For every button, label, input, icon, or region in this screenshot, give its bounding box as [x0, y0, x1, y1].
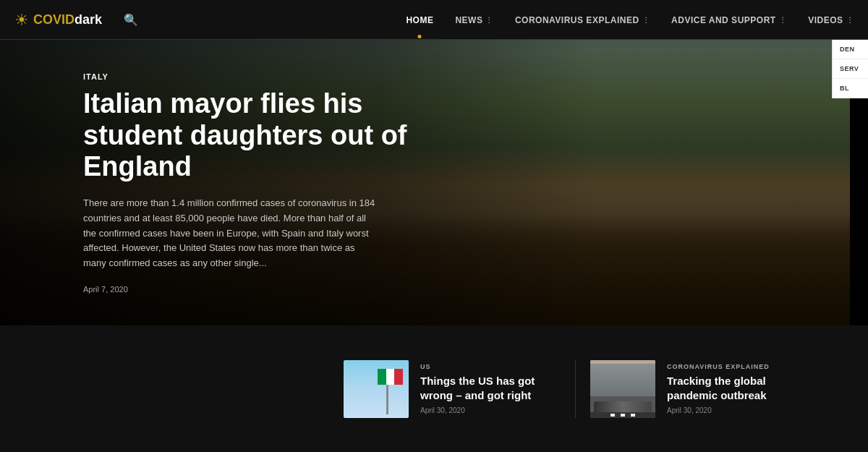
- dropdown-item-bl[interactable]: BL: [833, 79, 868, 98]
- crosswalk-stripe: [610, 414, 615, 417]
- dropdown-panel: DEN SERV BL: [832, 40, 868, 98]
- flag-cloth: [378, 369, 403, 385]
- hero-excerpt: There are more than 1.4 million confirme…: [83, 196, 380, 271]
- article-card-pandemic[interactable]: CORONAVIRUS EXPLAINED Tracking the globa…: [576, 360, 822, 418]
- nav-item-coronavirus[interactable]: CORONAVIRUS EXPLAINED ⋮: [515, 15, 650, 25]
- card-title-us[interactable]: Things the US has got wrong – and got ri…: [420, 374, 561, 402]
- nav-link-news[interactable]: NEWS ⋮: [455, 15, 493, 25]
- article-card-us[interactable]: US Things the US has got wrong – and got…: [329, 360, 575, 418]
- logo-icon: ☀: [14, 11, 29, 30]
- nav-link-coronavirus[interactable]: CORONAVIRUS EXPLAINED ⋮: [515, 15, 650, 25]
- street-image: [590, 360, 655, 418]
- flag-image: [344, 360, 409, 418]
- nav-item-news[interactable]: NEWS ⋮: [455, 15, 493, 25]
- hero-category: ITALY: [83, 72, 459, 81]
- nav-dots-advice: ⋮: [779, 16, 787, 24]
- hero-content: ITALY Italian mayor flies his student da…: [83, 72, 459, 295]
- nav-item-advice[interactable]: ADVICE AND SUPPORT ⋮: [671, 15, 786, 25]
- site-logo[interactable]: ☀ COVIDdark: [14, 11, 102, 30]
- nav-item-videos[interactable]: VIDEOS ⋮: [808, 15, 854, 25]
- card-date-pandemic: April 30, 2020: [667, 406, 807, 414]
- street-buildings: [590, 364, 655, 400]
- nav-dots-news: ⋮: [485, 16, 493, 24]
- nav-link-advice[interactable]: ADVICE AND SUPPORT ⋮: [671, 15, 786, 25]
- nav-links: HOME NEWS ⋮ CORONAVIRUS EXPLAINED ⋮ ADVI…: [406, 15, 854, 25]
- crosswalk-stripe: [621, 414, 625, 417]
- article-info-pandemic: CORONAVIRUS EXPLAINED Tracking the globa…: [667, 363, 807, 414]
- nav-item-home[interactable]: HOME: [406, 15, 433, 25]
- search-icon[interactable]: 🔍: [124, 13, 138, 27]
- dropdown-item-serv[interactable]: SERV: [833, 59, 868, 79]
- article-thumbnail-street: [590, 360, 655, 418]
- navigation: ☀ COVIDdark 🔍 HOME NEWS ⋮ CORONAVIRUS EX…: [0, 0, 868, 40]
- card-category-us: US: [420, 363, 561, 370]
- hero-date: April 7, 2020: [83, 285, 128, 294]
- crosswalk-stripe: [631, 414, 635, 417]
- flag-stripe-green: [378, 369, 386, 385]
- nav-dots-coronavirus: ⋮: [642, 16, 650, 24]
- flag-stripe-red: [394, 369, 403, 385]
- article-info-us: US Things the US has got wrong – and got…: [420, 363, 561, 414]
- logo-text: COVIDdark: [33, 12, 102, 27]
- article-thumbnail-flag: [344, 360, 409, 418]
- nav-link-videos[interactable]: VIDEOS ⋮: [808, 15, 854, 25]
- card-category-pandemic: CORONAVIRUS EXPLAINED: [667, 363, 807, 370]
- crosswalk: [590, 412, 655, 418]
- card-date-us: April 30, 2020: [420, 406, 561, 414]
- flag-stripe-white: [386, 369, 395, 385]
- bottom-articles: US Things the US has got wrong – and got…: [0, 325, 868, 452]
- nav-dots-videos: ⋮: [846, 16, 854, 24]
- hero-section: ITALY Italian mayor flies his student da…: [0, 0, 850, 329]
- card-title-pandemic[interactable]: Tracking the global pandemic outbreak: [667, 374, 807, 402]
- nav-border: [0, 39, 868, 40]
- dropdown-item-den[interactable]: DEN: [833, 40, 868, 59]
- nav-link-home[interactable]: HOME: [406, 15, 433, 25]
- hero-title: Italian mayor flies his student daughter…: [83, 88, 459, 183]
